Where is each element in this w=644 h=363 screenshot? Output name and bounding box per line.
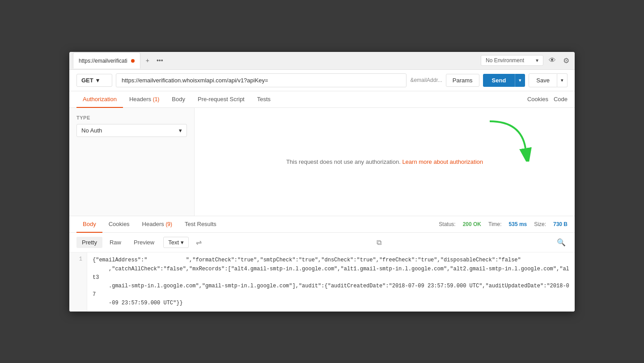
auth-content-area: TYPE No Auth ▾ This request does not use… <box>69 108 575 216</box>
send-button[interactable]: Send <box>483 74 515 87</box>
status-label: Status: <box>439 221 455 227</box>
tab-preview[interactable]: Preview <box>128 237 160 248</box>
send-btn-group: Send ▾ <box>483 74 525 87</box>
response-code[interactable]: {"emailAddress":" ","formatCheck":"true"… <box>87 252 575 311</box>
chevron-down-icon: ▾ <box>179 127 182 134</box>
eye-icon[interactable]: 👁 <box>547 56 558 65</box>
save-btn-group: Save ▾ <box>529 73 568 87</box>
method-label: GET <box>81 77 93 84</box>
search-icon[interactable]: 🔍 <box>555 236 568 248</box>
tab-controls: + ••• <box>144 55 165 66</box>
env-label: No Environment <box>486 57 524 64</box>
request-tabs: Authorization Headers (1) Body Pre-reque… <box>69 91 575 108</box>
tab-authorization[interactable]: Authorization <box>76 91 123 108</box>
tab-label: https://emailverificati <box>79 58 127 64</box>
tab-tests[interactable]: Tests <box>251 91 277 108</box>
status-value: 200 OK <box>463 221 481 227</box>
cookies-link[interactable]: Cookies <box>527 96 548 102</box>
tab-response-test-results[interactable]: Test Results <box>178 216 223 233</box>
save-button[interactable]: Save <box>529 73 557 87</box>
auth-info-text: This request does not use any authorizat… <box>286 158 483 165</box>
url-suffix: &emailAddr... <box>410 77 442 83</box>
learn-more-link[interactable]: Learn more about authorization <box>402 158 483 165</box>
method-dropdown[interactable]: GET ▾ <box>76 74 112 87</box>
tab-pretty[interactable]: Pretty <box>76 237 102 248</box>
tab-headers[interactable]: Headers (1) <box>123 91 165 108</box>
tab-pre-request[interactable]: Pre-request Script <box>191 91 251 108</box>
url-input[interactable] <box>116 73 407 87</box>
tab-response-cookies[interactable]: Cookies <box>102 216 136 233</box>
postman-window: https://emailverificati + ••• No Environ… <box>69 52 575 312</box>
env-section: No Environment ▾ 👁 ⚙ <box>481 55 571 66</box>
tab-response-headers[interactable]: Headers (9) <box>136 216 178 233</box>
response-status-bar: Status: 200 OK Time: 535 ms Size: 730 B <box>439 221 568 227</box>
arrow-annotation <box>485 117 539 163</box>
format-type-dropdown[interactable]: Text ▾ <box>163 237 188 248</box>
auth-info: This request does not use any authorizat… <box>195 108 575 216</box>
green-arrow-icon <box>485 117 539 162</box>
copy-icon[interactable]: ⧉ <box>375 237 383 248</box>
line-numbers: 1 <box>69 252 87 311</box>
format-tabs: Pretty Raw Preview Text ▾ ⇌ ⧉ 🔍 <box>69 233 575 252</box>
more-tabs-button[interactable]: ••• <box>155 55 165 66</box>
time-label: Time: <box>488 221 502 227</box>
request-tab-right: Cookies Code <box>527 96 568 102</box>
send-dropdown-button[interactable]: ▾ <box>515 74 525 87</box>
auth-type-label: TYPE <box>76 115 187 120</box>
wrap-icon[interactable]: ⇌ <box>194 236 203 248</box>
response-tabs: Body Cookies Headers (9) Test Results St… <box>69 216 575 233</box>
time-value: 535 ms <box>509 221 527 227</box>
params-button[interactable]: Params <box>446 74 479 87</box>
size-value: 730 B <box>553 221 568 227</box>
auth-type-value: No Auth <box>81 127 102 134</box>
tab-response-body[interactable]: Body <box>76 216 102 233</box>
auth-type-select[interactable]: No Auth ▾ <box>76 124 187 137</box>
tab-bar: https://emailverificati + ••• No Environ… <box>69 52 575 70</box>
tab-body[interactable]: Body <box>165 91 191 108</box>
chevron-down-icon: ▾ <box>96 77 99 84</box>
active-tab[interactable]: https://emailverificati <box>73 52 140 68</box>
bottom-section: Body Cookies Headers (9) Test Results St… <box>69 216 575 311</box>
add-tab-button[interactable]: + <box>144 55 151 66</box>
auth-panel: TYPE No Auth ▾ <box>69 108 195 216</box>
response-body: 1 {"emailAddress":" ","formatCheck":"tru… <box>69 252 575 311</box>
save-dropdown-button[interactable]: ▾ <box>557 73 568 87</box>
url-bar: GET ▾ &emailAddr... Params Send ▾ Save ▾ <box>69 70 575 91</box>
tab-raw[interactable]: Raw <box>104 237 127 248</box>
tab-dot <box>131 59 135 63</box>
size-label: Size: <box>534 221 546 227</box>
code-link[interactable]: Code <box>554 96 568 102</box>
gear-icon[interactable]: ⚙ <box>561 56 571 66</box>
environment-dropdown[interactable]: No Environment ▾ <box>481 55 543 66</box>
chevron-down-icon: ▾ <box>536 57 538 64</box>
